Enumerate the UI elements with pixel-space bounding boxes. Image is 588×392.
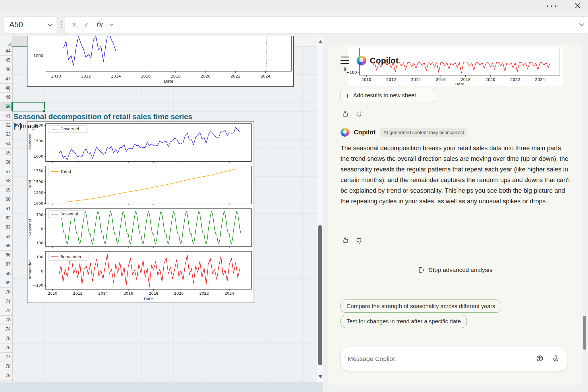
svg-text:2014: 2014: [111, 74, 121, 78]
cancel-entry-icon[interactable]: ✕: [71, 21, 77, 29]
name-box-chevron-icon[interactable]: [47, 23, 57, 26]
svg-text:1000: 1000: [33, 53, 43, 58]
copilot-panel: −100Re20102012201420162018202020222024Da…: [328, 44, 582, 385]
svg-text:1000: 1000: [34, 154, 43, 159]
feedback-row: [342, 110, 363, 118]
svg-text:2018: 2018: [149, 291, 158, 296]
svg-text:1250: 1250: [34, 190, 43, 195]
svg-text:0: 0: [41, 269, 43, 273]
svg-text:2016: 2016: [123, 291, 133, 296]
suggestion-chip[interactable]: Test for changes in trend after a specif…: [341, 315, 467, 328]
thumbs-up-icon[interactable]: [342, 237, 349, 244]
svg-text:Observed: Observed: [28, 134, 32, 152]
svg-text:100: 100: [36, 213, 43, 217]
svg-text:−100: −100: [33, 241, 43, 245]
embedded-chart-images[interactable]: 100020102012201420162018202020222024Date…: [0, 36, 323, 382]
python-badge: PY: [15, 124, 20, 128]
svg-text:Observed: Observed: [61, 127, 79, 131]
svg-text:Remainder: Remainder: [28, 260, 32, 281]
svg-text:2010: 2010: [51, 74, 61, 78]
svg-text:Date: Date: [164, 79, 173, 84]
formula-bar: A50 ✕ ✓ fx: [0, 11, 588, 36]
thumbs-down-icon[interactable]: [355, 237, 363, 244]
cell-python-image-tag: [PY]Image: [13, 121, 38, 130]
svg-text:Re: Re: [343, 67, 347, 71]
svg-text:2010: 2010: [48, 291, 57, 296]
window-more-icon[interactable]: [547, 4, 562, 8]
svg-text:2022: 2022: [231, 74, 241, 78]
svg-text:2012: 2012: [81, 74, 91, 78]
scroll-up-icon[interactable]: [318, 40, 322, 43]
formula-input[interactable]: [117, 16, 588, 33]
svg-text:1000: 1000: [34, 201, 43, 206]
svg-text:2020: 2020: [174, 291, 183, 296]
svg-text:Trend: Trend: [28, 180, 32, 190]
add-results-button[interactable]: + Add results to new sheet: [341, 89, 435, 102]
svg-text:2022: 2022: [199, 291, 209, 296]
svg-text:2024: 2024: [535, 77, 545, 82]
formula-bar-options-icon[interactable]: [60, 21, 62, 28]
svg-text:1750: 1750: [34, 169, 43, 173]
svg-text:2018: 2018: [461, 77, 470, 82]
svg-text:2012: 2012: [73, 291, 82, 296]
copilot-avatar-icon: [341, 128, 349, 137]
thumbs-up-icon[interactable]: [342, 110, 349, 118]
svg-text:2024: 2024: [225, 291, 234, 296]
input-placeholder: Message Copilot: [348, 355, 528, 363]
svg-text:Seasonal: Seasonal: [61, 212, 78, 216]
svg-text:100: 100: [36, 255, 43, 259]
suggestion-chip[interactable]: Compare the strength of seasonality acro…: [341, 300, 501, 313]
ai-disclaimer-badge: AI-generated content may be incorrect: [380, 128, 468, 137]
name-box-value: A50: [4, 20, 47, 29]
svg-text:2016: 2016: [436, 77, 446, 82]
svg-text:2010: 2010: [361, 77, 371, 82]
svg-text:Seasonal: Seasonal: [28, 219, 32, 236]
scroll-down-icon[interactable]: [318, 375, 322, 378]
svg-text:1500: 1500: [34, 139, 43, 143]
svg-text:2012: 2012: [386, 77, 396, 82]
svg-text:Date: Date: [144, 297, 153, 301]
svg-text:2018: 2018: [171, 74, 181, 78]
vertical-scrollbar-thumb[interactable]: [318, 225, 322, 365]
svg-text:2016: 2016: [141, 74, 151, 78]
copilot-logo-icon: [357, 56, 366, 65]
svg-text:Remainder: Remainder: [61, 254, 82, 259]
copilot-message-text: The seasonal decomposition breaks your r…: [341, 143, 570, 206]
copilot-message-author: Copilot: [354, 129, 376, 136]
microphone-icon[interactable]: [552, 355, 560, 363]
stop-exit-icon: [418, 266, 425, 274]
insert-function-icon[interactable]: fx: [96, 20, 102, 29]
name-box[interactable]: A50: [4, 16, 57, 33]
selected-cell-outline[interactable]: [12, 102, 45, 111]
svg-text:2014: 2014: [411, 77, 421, 82]
svg-text:Trend: Trend: [60, 169, 71, 174]
feedback-row: [342, 237, 363, 244]
copilot-scrollbar-thumb[interactable]: [583, 316, 586, 350]
fx-chevron-icon[interactable]: [109, 23, 114, 26]
sheet-tab-bar: Retail_Sales Analysis1 +: [0, 382, 323, 392]
window-close-icon[interactable]: [572, 2, 583, 10]
copilot-message-header: Copilot AI-generated content may be inco…: [341, 128, 467, 137]
copilot-message-input[interactable]: Message Copilot: [341, 347, 567, 371]
stop-advanced-analysis-button[interactable]: Stop advanced analysis: [328, 266, 582, 274]
fill-handle[interactable]: [43, 109, 45, 112]
svg-text:2014: 2014: [98, 291, 108, 296]
titlebar: [0, 0, 588, 11]
thumbs-down-icon[interactable]: [355, 110, 363, 118]
confirm-entry-icon[interactable]: ✓: [84, 21, 89, 29]
svg-text:−100: −100: [346, 70, 357, 75]
svg-text:2022: 2022: [510, 77, 520, 82]
svg-text:−100: −100: [33, 283, 43, 287]
svg-text:2020: 2020: [486, 77, 495, 82]
svg-text:1500: 1500: [34, 179, 43, 184]
svg-text:2020: 2020: [201, 74, 211, 78]
cell-title-text: Seasonal decomposition of retail sales t…: [13, 112, 192, 121]
copilot-menu-icon[interactable]: [341, 57, 349, 64]
svg-text:0: 0: [41, 227, 43, 231]
formula-controls: ✕ ✓ fx: [65, 16, 120, 33]
brain-reasoning-icon[interactable]: [535, 355, 544, 363]
svg-text:2024: 2024: [260, 74, 270, 78]
svg-text:Date: Date: [455, 82, 464, 86]
plus-icon: +: [345, 92, 350, 99]
formula-bar-expand-icon[interactable]: [579, 23, 585, 26]
